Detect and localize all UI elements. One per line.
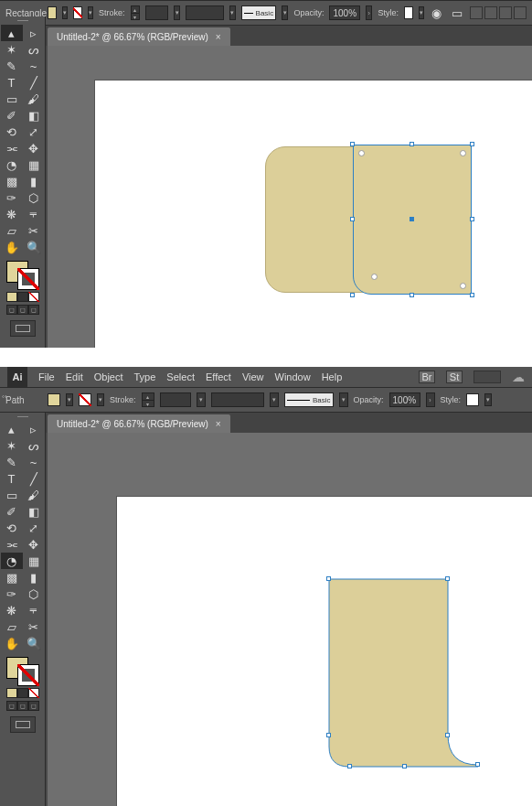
eraser-tool[interactable]: ◧ <box>23 503 45 520</box>
perspective-tool[interactable]: ▦ <box>23 156 45 173</box>
shaper-tool[interactable]: ✐ <box>1 503 23 520</box>
path-shape[interactable] <box>329 579 478 767</box>
close-icon[interactable]: × <box>216 419 221 429</box>
align-right-button[interactable] <box>499 6 512 19</box>
width-tool[interactable]: ⫘ <box>1 140 23 156</box>
artboard[interactable] <box>95 81 532 348</box>
sel-handle[interactable] <box>326 576 331 581</box>
stroke-weight-drop[interactable]: ▾ <box>197 392 206 407</box>
var-width-drop[interactable]: ▾ <box>229 5 236 20</box>
sel-handle[interactable] <box>445 576 450 581</box>
shape-builder-tool[interactable]: ◔ <box>1 553 23 569</box>
rectangle-tool[interactable]: ▭ <box>1 487 23 503</box>
gradient-tool[interactable]: ▮ <box>23 569 45 586</box>
menu-edit[interactable]: Edit <box>66 371 83 382</box>
close-icon[interactable]: × <box>216 32 221 42</box>
sel-handle[interactable] <box>475 762 480 767</box>
menu-help[interactable]: Help <box>322 371 343 382</box>
corner-widget-br[interactable] <box>460 283 466 289</box>
graphic-style-swatch[interactable] <box>466 393 479 406</box>
symbol-sprayer-tool[interactable]: ❋ <box>1 602 23 618</box>
menu-window[interactable]: Window <box>275 371 311 382</box>
slice-tool[interactable]: ✂ <box>23 222 45 239</box>
opacity-field[interactable]: 100% <box>389 392 420 407</box>
perspective-tool[interactable]: ▦ <box>23 553 45 569</box>
stroke-weight-field[interactable] <box>160 392 191 407</box>
direct-selection-tool[interactable]: ▹ <box>23 25 45 41</box>
pen-tool[interactable]: ✎ <box>1 454 23 470</box>
menu-effect[interactable]: Effect <box>206 371 231 382</box>
zoom-tool[interactable]: 🔍 <box>23 239 45 255</box>
fill-swatch[interactable] <box>48 393 60 406</box>
sync-icon[interactable]: ☁ <box>512 370 525 384</box>
workspace[interactable] <box>48 433 532 806</box>
eyedropper-tool[interactable]: ✑ <box>1 189 23 206</box>
lasso-tool[interactable]: ᔕ <box>23 437 45 454</box>
mesh-tool[interactable]: ▩ <box>1 569 23 586</box>
scale-tool[interactable]: ⤢ <box>23 520 45 536</box>
curvature-tool[interactable]: ~ <box>23 454 45 470</box>
collapse-handle[interactable]: ‹‹ <box>2 392 6 401</box>
paintbrush-tool[interactable]: 🖌 <box>23 487 45 503</box>
graphic-style-drop[interactable]: ▾ <box>484 393 492 406</box>
sel-handle[interactable] <box>402 764 407 768</box>
pen-tool[interactable]: ✎ <box>1 58 23 74</box>
corner-widget-tr[interactable] <box>460 150 466 156</box>
type-tool[interactable]: T <box>1 470 23 487</box>
rect-selected[interactable] <box>353 145 472 295</box>
draw-mode-buttons[interactable]: ◻◻◻ <box>6 305 39 315</box>
fill-dropdown[interactable]: ▾ <box>66 393 73 406</box>
arrange-documents-button[interactable] <box>473 371 501 383</box>
corner-widget-bl[interactable] <box>371 274 378 280</box>
draw-mode-buttons[interactable]: ◻◻◻ <box>6 701 39 711</box>
type-tool[interactable]: T <box>1 74 23 91</box>
menu-view[interactable]: View <box>242 371 264 382</box>
fill-stroke-box[interactable] <box>6 261 39 290</box>
graphic-style-drop[interactable]: ▾ <box>419 6 424 19</box>
sel-handle[interactable] <box>350 142 355 146</box>
stroke-weight-stepper[interactable]: ▴▾ <box>142 392 154 407</box>
graphic-style-swatch[interactable] <box>404 6 413 19</box>
sel-handle[interactable] <box>445 733 450 737</box>
brush-selector[interactable]: Basic <box>241 5 276 20</box>
recolor-icon[interactable]: ◉ <box>430 5 444 21</box>
symbol-sprayer-tool[interactable]: ❋ <box>1 206 23 222</box>
stroke-weight-drop[interactable]: ▾ <box>174 5 180 20</box>
rotate-tool[interactable]: ⟲ <box>1 520 23 536</box>
curvature-tool[interactable]: ~ <box>23 58 45 74</box>
free-transform-tool[interactable]: ✥ <box>23 536 45 553</box>
blend-tool[interactable]: ⬡ <box>23 586 45 602</box>
sel-handle[interactable] <box>347 764 352 768</box>
lasso-tool[interactable]: ᔕ <box>23 41 45 58</box>
opacity-drop[interactable]: › <box>366 5 372 20</box>
sel-handle[interactable] <box>410 142 414 146</box>
corner-widget-tl[interactable] <box>358 150 365 156</box>
brush-drop[interactable]: ▾ <box>282 5 288 20</box>
stroke-swatch[interactable] <box>73 6 82 19</box>
center-point[interactable] <box>410 217 414 221</box>
menu-object[interactable]: Object <box>94 371 123 382</box>
direct-selection-tool[interactable]: ▹ <box>23 421 45 437</box>
rectangle-tool[interactable]: ▭ <box>1 91 23 107</box>
stroke-weight-field[interactable] <box>145 5 168 20</box>
bridge-button[interactable]: Br <box>419 371 435 383</box>
free-transform-tool[interactable]: ✥ <box>23 140 45 156</box>
paintbrush-tool[interactable]: 🖌 <box>23 91 45 107</box>
stock-button[interactable]: St <box>446 371 463 383</box>
var-width-field[interactable] <box>186 5 223 20</box>
brush-selector[interactable]: Basic <box>284 392 334 407</box>
artboard-tool[interactable]: ▱ <box>1 618 23 635</box>
stroke-swatch[interactable] <box>79 393 91 406</box>
stroke-dropdown[interactable]: ▾ <box>97 393 104 406</box>
gradient-tool[interactable]: ▮ <box>23 173 45 189</box>
hand-tool[interactable]: ✋ <box>1 635 23 651</box>
var-width-drop[interactable]: ▾ <box>270 392 279 407</box>
workspace[interactable] <box>48 46 532 348</box>
sel-handle[interactable] <box>410 293 414 297</box>
panel-grip[interactable] <box>9 416 37 419</box>
sel-handle[interactable] <box>470 293 474 297</box>
line-tool[interactable]: ╱ <box>23 470 45 487</box>
sel-handle[interactable] <box>470 142 474 146</box>
selection-tool[interactable]: ▴ <box>1 25 23 41</box>
align-top-button[interactable] <box>514 6 527 19</box>
